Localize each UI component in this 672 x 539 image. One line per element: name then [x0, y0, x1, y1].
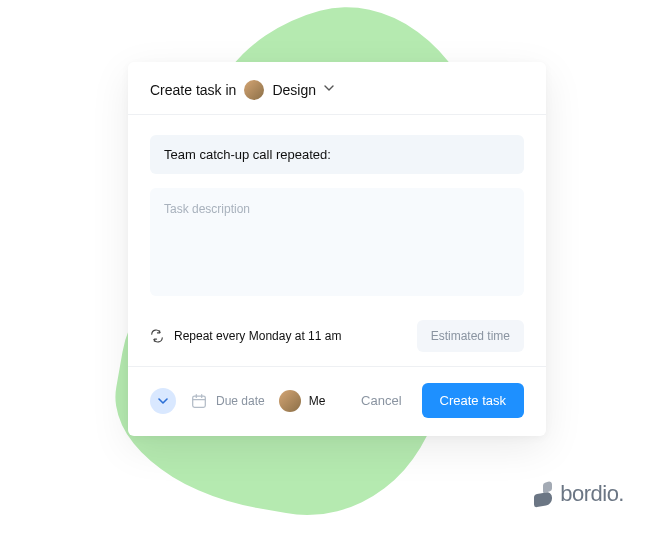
task-title-input[interactable] — [150, 135, 524, 174]
repeat-icon — [150, 329, 164, 343]
chevron-down-icon[interactable] — [324, 85, 334, 95]
cancel-button[interactable]: Cancel — [355, 385, 407, 416]
estimated-time-button[interactable]: Estimated time — [417, 320, 524, 352]
assignee-avatar — [279, 390, 301, 412]
brand-name: bordio. — [560, 481, 624, 507]
project-selector[interactable]: Design — [272, 82, 316, 98]
due-date-label: Due date — [216, 394, 265, 408]
project-avatar — [244, 80, 264, 100]
expand-button[interactable] — [150, 388, 176, 414]
repeat-text: Repeat every Monday at 11 am — [174, 329, 341, 343]
create-task-modal: Create task in Design Repeat every Monda… — [128, 62, 546, 436]
chevron-down-icon — [158, 398, 168, 404]
brand-logo: bordio. — [534, 481, 624, 507]
svg-rect-0 — [193, 396, 206, 407]
calendar-icon — [190, 392, 208, 410]
brand-icon — [534, 482, 552, 506]
modal-header: Create task in Design — [128, 62, 546, 114]
task-description-input[interactable] — [150, 188, 524, 296]
due-date-picker[interactable]: Due date — [190, 392, 265, 410]
assignee-name: Me — [309, 394, 326, 408]
repeat-schedule[interactable]: Repeat every Monday at 11 am — [150, 329, 341, 343]
create-in-label: Create task in — [150, 82, 236, 98]
create-task-button[interactable]: Create task — [422, 383, 524, 418]
assignee-picker[interactable]: Me — [279, 390, 326, 412]
